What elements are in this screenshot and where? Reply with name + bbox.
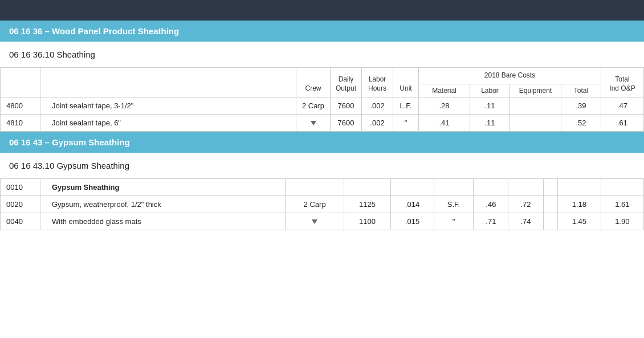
data-table-0-0: CrewDailyOutputLaborHoursUnit2018 Bare C… xyxy=(0,67,644,132)
row-daily xyxy=(344,178,390,196)
row-material: .28 xyxy=(419,97,470,114)
row-desc: Joint sealant tape, 6" xyxy=(40,114,296,131)
page-title xyxy=(0,0,644,21)
row-desc: Gypsum Sheathing xyxy=(40,178,286,196)
table-row: 0010Gypsum Sheathing xyxy=(1,178,644,196)
row-labor xyxy=(391,178,434,196)
row-unit: " xyxy=(393,114,419,131)
row-desc: Joint sealant tape, 3-1/2" xyxy=(40,97,296,114)
row-ind-oap: .47 xyxy=(601,97,644,114)
row-material xyxy=(474,178,508,196)
data-table-1-0: 0010Gypsum Sheathing0020Gypsum, weatherp… xyxy=(0,178,644,230)
col-total-header: Total xyxy=(561,84,601,97)
table-row: 4810Joint sealant tape, 6"7600.002".41.1… xyxy=(1,114,644,131)
row-code: 0010 xyxy=(1,178,40,196)
arrow-down-icon xyxy=(312,219,317,224)
subsection-title-1-0: 06 16 43.10 Gypsum Sheathing xyxy=(0,153,644,178)
col-code-header xyxy=(1,68,40,97)
row-ind-oap xyxy=(601,178,643,196)
row-crew xyxy=(296,114,331,131)
row-material: .46 xyxy=(474,196,508,213)
row-daily: 7600 xyxy=(331,97,362,114)
row-daily: 1125 xyxy=(344,196,390,213)
table-row: 0020Gypsum, weatherproof, 1/2" thick2 Ca… xyxy=(1,196,644,213)
col-material-header: Material xyxy=(419,84,470,97)
col-ind-header: TotalInd O&P xyxy=(601,68,644,97)
col-bare-costs-header: 2018 Bare Costs xyxy=(419,68,601,84)
row-code: 0040 xyxy=(1,213,40,230)
section-header-0: 06 16 36 – Wood Panel Product Sheathing xyxy=(0,21,644,42)
row-equipment xyxy=(510,114,561,131)
row-material: .71 xyxy=(474,213,508,230)
table-row: 0040With embedded glass mats1100.015".71… xyxy=(1,213,644,230)
row-labor2: .74 xyxy=(508,213,543,230)
row-code: 4800 xyxy=(1,97,40,114)
col-equipment-header: Equipment xyxy=(510,84,561,97)
row-labor: .014 xyxy=(391,196,434,213)
row-unit xyxy=(434,178,474,196)
row-equipment xyxy=(543,196,558,213)
row-total xyxy=(558,178,601,196)
row-unit: L.F. xyxy=(393,97,419,114)
col-crew-header: Crew xyxy=(296,68,331,97)
row-crew: 2 Carp xyxy=(286,196,344,213)
row-total: .52 xyxy=(561,114,601,131)
row-labor: .002 xyxy=(362,97,393,114)
section-header-1: 06 16 43 – Gypsum Sheathing xyxy=(0,132,644,153)
row-total: 1.18 xyxy=(558,196,601,213)
row-unit: S.F. xyxy=(434,196,474,213)
row-desc: Gypsum, weatherproof, 1/2" thick xyxy=(40,196,286,213)
row-daily: 1100 xyxy=(344,213,390,230)
col-daily-header: DailyOutput xyxy=(331,68,362,97)
row-crew: 2 Carp xyxy=(296,97,331,114)
row-ind-oap: 1.61 xyxy=(601,196,643,213)
subsection-title-0-0: 06 16 36.10 Sheathing xyxy=(0,42,644,67)
row-labor: .002 xyxy=(362,114,393,131)
row-equipment xyxy=(543,178,558,196)
table-row: 4800Joint sealant tape, 3-1/2"2 Carp7600… xyxy=(1,97,644,114)
row-ind-oap: 1.90 xyxy=(601,213,643,230)
row-labor: .015 xyxy=(391,213,434,230)
col-labor-header: LaborHours xyxy=(362,68,393,97)
row-daily: 7600 xyxy=(331,114,362,131)
col-desc-header xyxy=(40,68,296,97)
col-unit-header: Unit xyxy=(393,68,419,97)
row-total: .39 xyxy=(561,97,601,114)
row-unit: " xyxy=(434,213,474,230)
row-crew xyxy=(286,213,344,230)
row-ind-oap: .61 xyxy=(601,114,644,131)
row-labor2: .11 xyxy=(470,114,510,131)
arrow-down-icon xyxy=(311,121,316,125)
row-equipment xyxy=(510,97,561,114)
row-labor2: .11 xyxy=(470,97,510,114)
row-equipment xyxy=(543,213,558,230)
row-code: 0020 xyxy=(1,196,40,213)
row-labor2: .72 xyxy=(508,196,543,213)
row-crew xyxy=(286,178,344,196)
col-labor2-header: Labor xyxy=(470,84,510,97)
row-material: .41 xyxy=(419,114,470,131)
row-total: 1.45 xyxy=(558,213,601,230)
row-labor2 xyxy=(508,178,543,196)
row-desc: With embedded glass mats xyxy=(40,213,286,230)
row-code: 4810 xyxy=(1,114,40,131)
